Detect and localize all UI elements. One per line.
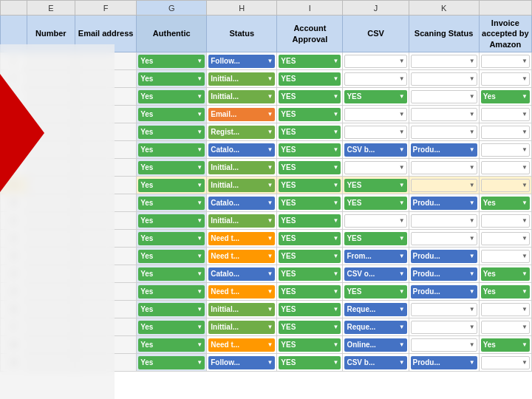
- dropdown-cell[interactable]: Regist... ▼: [208, 126, 275, 139]
- dropdown-cell[interactable]: Yes ▼: [138, 143, 205, 157]
- account-approval-cell[interactable]: YES ▼: [277, 283, 343, 301]
- empty-dropdown[interactable]: ▼: [344, 108, 406, 121]
- dropdown-cell[interactable]: Online... ▼: [344, 338, 406, 352]
- account-approval-cell[interactable]: YES ▼: [277, 106, 343, 123]
- dropdown-cell[interactable]: YES ▼: [279, 321, 341, 334]
- authentic-cell[interactable]: Yes ▼: [137, 283, 207, 301]
- csv-cell[interactable]: CSV o... ▼: [343, 265, 409, 283]
- status-cell[interactable]: Need t... ▼: [207, 336, 277, 354]
- scanning-status-cell[interactable]: ▼: [409, 159, 479, 177]
- account-approval-cell[interactable]: YES ▼: [277, 194, 343, 212]
- csv-cell[interactable]: YES ▼: [343, 283, 409, 301]
- dropdown-cell[interactable]: Yes ▼: [138, 55, 205, 68]
- dropdown-cell[interactable]: Inittial... ▼: [208, 321, 275, 334]
- authentic-cell[interactable]: Yes ▼: [137, 248, 207, 265]
- invoice-amazon-cell[interactable]: Yes ▼: [479, 88, 531, 106]
- authentic-cell[interactable]: Yes ▼: [137, 230, 207, 248]
- scanning-status-cell[interactable]: Produ... ▼: [409, 265, 479, 283]
- dropdown-cell[interactable]: Need t... ▼: [208, 250, 275, 263]
- dropdown-cell[interactable]: Yes ▼: [138, 338, 205, 352]
- invoice-amazon-cell[interactable]: Yes ▼: [479, 283, 531, 301]
- empty-dropdown[interactable]: ▼: [481, 303, 530, 316]
- dropdown-cell[interactable]: Produ... ▼: [411, 143, 477, 157]
- scanning-status-cell[interactable]: ▼: [409, 123, 479, 141]
- dropdown-cell[interactable]: YES ▼: [344, 197, 406, 210]
- dropdown-cell[interactable]: YES ▼: [279, 108, 341, 121]
- invoice-amazon-cell[interactable]: ▼: [479, 177, 531, 194]
- dropdown-cell[interactable]: Yes ▼: [138, 161, 205, 174]
- empty-dropdown[interactable]: ▼: [481, 214, 530, 228]
- dropdown-cell[interactable]: YES ▼: [344, 179, 406, 192]
- empty-dropdown[interactable]: ▼: [411, 55, 477, 68]
- status-cell[interactable]: Inittial... ▼: [207, 318, 277, 336]
- status-cell[interactable]: Inittial... ▼: [207, 212, 277, 230]
- dropdown-cell[interactable]: Produ... ▼: [411, 250, 477, 263]
- authentic-cell[interactable]: Yes ▼: [137, 265, 207, 283]
- status-cell[interactable]: Follow... ▼: [207, 52, 277, 70]
- csv-cell[interactable]: From... ▼: [343, 248, 409, 265]
- dropdown-cell[interactable]: CSV b... ▼: [344, 143, 406, 157]
- empty-dropdown[interactable]: ▼: [481, 143, 530, 157]
- dropdown-cell[interactable]: Yes ▼: [138, 232, 205, 245]
- csv-cell[interactable]: YES ▼: [343, 88, 409, 106]
- authentic-cell[interactable]: Yes ▼: [137, 52, 207, 70]
- empty-dropdown[interactable]: ▼: [481, 126, 530, 139]
- authentic-cell[interactable]: Yes ▼: [137, 318, 207, 336]
- empty-dropdown[interactable]: ▼: [411, 108, 477, 121]
- status-cell[interactable]: Need t... ▼: [207, 248, 277, 265]
- account-approval-cell[interactable]: YES ▼: [277, 212, 343, 230]
- account-approval-cell[interactable]: YES ▼: [277, 230, 343, 248]
- csv-cell[interactable]: ▼: [343, 123, 409, 141]
- empty-dropdown[interactable]: ▼: [481, 250, 530, 263]
- dropdown-cell[interactable]: Produ... ▼: [411, 285, 477, 299]
- authentic-cell[interactable]: Yes ▼: [137, 194, 207, 212]
- empty-dropdown[interactable]: ▼: [481, 161, 530, 174]
- empty-dropdown[interactable]: ▼: [481, 55, 530, 68]
- account-approval-cell[interactable]: YES ▼: [277, 301, 343, 318]
- status-cell[interactable]: Inittial... ▼: [207, 177, 277, 194]
- scanning-status-cell[interactable]: Produ... ▼: [409, 248, 479, 265]
- dropdown-cell[interactable]: Yes ▼: [481, 267, 530, 281]
- authentic-cell[interactable]: Yes ▼: [137, 212, 207, 230]
- dropdown-cell[interactable]: Yes ▼: [138, 90, 205, 103]
- authentic-cell[interactable]: Yes ▼: [137, 141, 207, 159]
- dropdown-cell[interactable]: YES ▼: [279, 179, 341, 192]
- status-cell[interactable]: Inittial... ▼: [207, 159, 277, 177]
- dropdown-cell[interactable]: Catalo... ▼: [208, 267, 275, 281]
- account-approval-cell[interactable]: YES ▼: [277, 70, 343, 88]
- empty-dropdown[interactable]: ▼: [481, 321, 530, 334]
- empty-dropdown[interactable]: ▼: [481, 356, 530, 369]
- invoice-amazon-cell[interactable]: ▼: [479, 159, 531, 177]
- status-cell[interactable]: Need t... ▼: [207, 230, 277, 248]
- dropdown-cell[interactable]: Produ... ▼: [411, 267, 477, 281]
- invoice-amazon-cell[interactable]: ▼: [479, 212, 531, 230]
- invoice-amazon-cell[interactable]: ▼: [479, 123, 531, 141]
- dropdown-cell[interactable]: Yes ▼: [138, 214, 205, 228]
- invoice-amazon-cell[interactable]: ▼: [479, 70, 531, 88]
- dropdown-cell[interactable]: YES ▼: [279, 55, 341, 68]
- empty-dropdown[interactable]: ▼: [411, 321, 477, 334]
- invoice-amazon-cell[interactable]: Yes ▼: [479, 336, 531, 354]
- authentic-cell[interactable]: Yes ▼: [137, 177, 207, 194]
- dropdown-cell[interactable]: CSV b... ▼: [344, 356, 406, 369]
- dropdown-cell[interactable]: Follow... ▼: [208, 55, 275, 68]
- empty-dropdown[interactable]: ▼: [411, 72, 477, 86]
- status-cell[interactable]: Follow... ▼: [207, 354, 277, 372]
- status-cell[interactable]: Inittial... ▼: [207, 301, 277, 318]
- dropdown-cell[interactable]: Yes ▼: [481, 90, 530, 103]
- dropdown-cell[interactable]: Inittial... ▼: [208, 179, 275, 192]
- authentic-cell[interactable]: Yes ▼: [137, 88, 207, 106]
- empty-dropdown[interactable]: ▼: [481, 179, 530, 192]
- authentic-cell[interactable]: Yes ▼: [137, 336, 207, 354]
- dropdown-cell[interactable]: YES ▼: [279, 72, 341, 86]
- account-approval-cell[interactable]: YES ▼: [277, 88, 343, 106]
- dropdown-cell[interactable]: YES ▼: [279, 338, 341, 352]
- scanning-status-cell[interactable]: ▼: [409, 230, 479, 248]
- dropdown-cell[interactable]: Need t... ▼: [208, 285, 275, 299]
- dropdown-cell[interactable]: Need t... ▼: [208, 338, 275, 352]
- account-approval-cell[interactable]: YES ▼: [277, 177, 343, 194]
- dropdown-cell[interactable]: Yes ▼: [138, 285, 205, 299]
- dropdown-cell[interactable]: Yes ▼: [138, 108, 205, 121]
- account-approval-cell[interactable]: YES ▼: [277, 52, 343, 70]
- dropdown-cell[interactable]: YES ▼: [279, 356, 341, 369]
